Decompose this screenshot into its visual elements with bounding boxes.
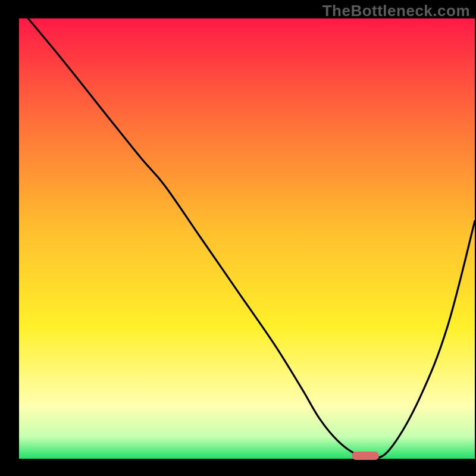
optimal-marker <box>352 452 379 460</box>
bottleneck-chart <box>0 0 476 476</box>
watermark-text: TheBottleneck.com <box>322 2 470 20</box>
chart-container: { "watermark": "TheBottleneck.com", "col… <box>0 0 476 476</box>
gradient-background <box>19 18 475 459</box>
